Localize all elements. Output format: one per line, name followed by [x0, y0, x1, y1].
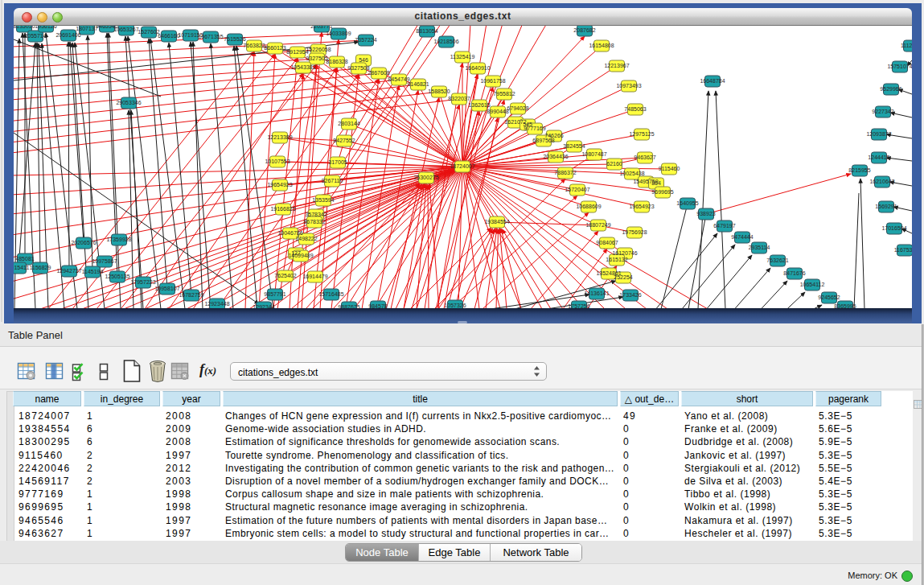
svg-text:15720407: 15720407: [565, 187, 589, 192]
svg-text:1615132: 1615132: [606, 257, 627, 262]
svg-text:1527602: 1527602: [138, 29, 159, 35]
svg-text:3824554: 3824554: [563, 143, 585, 149]
svg-text:10046786: 10046786: [277, 230, 302, 236]
svg-text:1362615: 1362615: [468, 102, 490, 108]
svg-text:9529966: 9529966: [880, 86, 901, 92]
svg-text:62160: 62160: [606, 161, 622, 167]
svg-text:1807137: 1807137: [76, 26, 97, 31]
svg-text:10688609: 10688609: [576, 204, 601, 209]
svg-text:12213389: 12213389: [267, 134, 292, 140]
svg-text:15751074: 15751074: [887, 64, 912, 69]
svg-text:1145194: 1145194: [82, 269, 104, 274]
svg-text:6479197: 6479197: [713, 223, 735, 229]
svg-text:8135010: 8135010: [14, 26, 35, 29]
svg-text:9245652: 9245652: [818, 295, 840, 300]
svg-text:10975867: 10975867: [92, 258, 117, 264]
svg-text:6794028: 6794028: [507, 105, 528, 111]
svg-text:16120746: 16120746: [612, 250, 637, 256]
svg-text:16782759: 16782759: [179, 292, 203, 298]
svg-text:7515526: 7515526: [224, 36, 245, 42]
svg-text:9777169: 9777169: [524, 126, 545, 131]
svg-text:1569291: 1569291: [875, 204, 897, 209]
svg-text:16648784: 16648784: [700, 78, 725, 84]
svg-text:9857791: 9857791: [264, 291, 285, 297]
svg-text:19654923: 19654923: [629, 204, 654, 209]
svg-text:2055714: 2055714: [24, 33, 46, 39]
svg-text:16210643: 16210643: [869, 179, 894, 184]
svg-text:9327508: 9327508: [347, 65, 369, 71]
svg-text:15716485: 15716485: [318, 291, 343, 297]
svg-text:864: 864: [651, 180, 661, 186]
svg-text:12093872: 12093872: [866, 131, 891, 137]
svg-text:12505135: 12505135: [105, 274, 129, 279]
svg-text:16033809: 16033809: [326, 31, 351, 36]
svg-text:8990448: 8990448: [487, 109, 508, 114]
svg-text:17957223: 17957223: [130, 279, 155, 285]
svg-text:8678332: 8678332: [303, 219, 325, 225]
svg-text:10025438: 10025438: [619, 171, 644, 176]
svg-text:2935114: 2935114: [749, 245, 770, 250]
svg-text:14136141: 14136141: [584, 290, 609, 296]
svg-text:8660123: 8660123: [264, 45, 285, 51]
svg-text:1353594: 1353594: [312, 197, 334, 203]
svg-text:10107553: 10107553: [265, 159, 290, 164]
svg-text:10973493: 10973493: [616, 83, 641, 89]
svg-text:2087682: 2087682: [573, 27, 595, 33]
svg-text:19218506: 19218506: [433, 39, 458, 44]
svg-text:3915411: 3915411: [14, 265, 29, 270]
svg-text:1112524: 1112524: [901, 43, 912, 48]
svg-text:16640910: 16640910: [465, 65, 490, 71]
svg-text:9463627: 9463627: [634, 154, 655, 160]
svg-text:17016504: 17016504: [881, 225, 906, 231]
svg-text:9474444: 9474444: [731, 234, 753, 240]
svg-text:12923448: 12923448: [204, 301, 229, 307]
svg-text:19654923: 19654923: [267, 182, 292, 187]
svg-text:10671355: 10671355: [198, 34, 223, 39]
svg-text:10653267: 10653267: [113, 27, 138, 32]
svg-text:7955812: 7955812: [493, 91, 515, 97]
svg-text:9084067: 9084067: [596, 240, 618, 245]
svg-text:8813054: 8813054: [416, 28, 437, 34]
svg-text:3578342: 3578342: [305, 212, 326, 217]
svg-text:10654112: 10654112: [800, 282, 825, 287]
svg-text:10961758: 10961758: [480, 78, 505, 84]
svg-text:8215955: 8215955: [848, 167, 870, 173]
svg-text:12213967: 12213967: [604, 63, 629, 68]
svg-text:6466160: 6466160: [158, 33, 179, 39]
svg-text:2203771: 2203771: [310, 26, 332, 29]
svg-text:1733426: 1733426: [619, 292, 641, 298]
svg-text:1057326: 1057326: [444, 303, 466, 308]
svg-text:20691406: 20691406: [55, 32, 80, 38]
svg-text:8186328: 8186328: [326, 59, 347, 64]
svg-text:1588520: 1588520: [428, 89, 450, 94]
svg-text:8471676: 8471676: [783, 270, 805, 276]
svg-text:10807487: 10807487: [581, 151, 606, 157]
svg-text:6897568: 6897568: [532, 138, 554, 143]
svg-text:19756928: 19756928: [622, 229, 647, 235]
svg-text:1956126: 1956126: [35, 26, 56, 29]
svg-text:9115460: 9115460: [659, 166, 680, 171]
svg-text:7357224: 7357224: [355, 37, 376, 43]
svg-text:1244415: 1244415: [868, 154, 889, 160]
svg-text:18807249: 18807249: [585, 222, 610, 228]
svg-text:7663822: 7663822: [243, 43, 265, 48]
svg-text:19166825: 19166825: [270, 206, 295, 212]
svg-text:1498222: 1498222: [295, 236, 317, 241]
svg-text:8322037: 8322037: [448, 96, 470, 101]
svg-text:7632621: 7632621: [766, 257, 788, 263]
svg-text:8427552: 8427552: [333, 138, 355, 143]
svg-text:252254: 252254: [614, 274, 632, 280]
svg-text:15226058: 15226058: [306, 47, 331, 52]
svg-text:17359928: 17359928: [106, 237, 131, 242]
svg-text:2867608: 2867608: [368, 70, 389, 76]
svg-text:546: 546: [359, 57, 368, 63]
svg-text:10543382: 10543382: [290, 64, 315, 70]
svg-text:11325419: 11325419: [450, 54, 475, 60]
svg-text:25300275: 25300275: [413, 175, 438, 180]
svg-text:20364436: 20364436: [543, 154, 568, 159]
svg-text:2803144: 2803144: [338, 121, 359, 126]
svg-text:18724007: 18724007: [450, 163, 474, 169]
svg-text:1640955: 1640955: [676, 200, 698, 206]
svg-text:14099489: 14099489: [288, 253, 313, 258]
svg-text:12975125: 12975125: [629, 131, 654, 137]
